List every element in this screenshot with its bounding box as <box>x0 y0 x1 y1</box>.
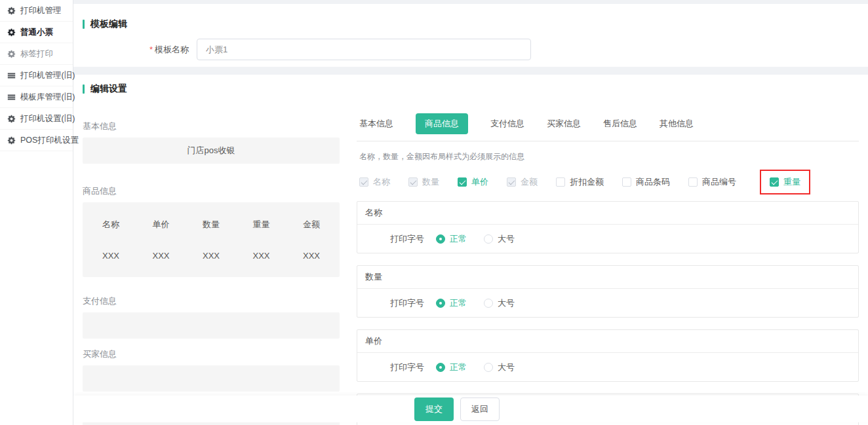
radio-normal[interactable]: 正常 <box>436 233 467 245</box>
checkbox-name: 名称 <box>359 176 390 188</box>
template-name-input[interactable] <box>197 39 531 60</box>
goods-col-header: 名称 <box>100 219 122 231</box>
goods-cell: XXX <box>250 251 273 261</box>
checkbox-goods-barcode[interactable]: 商品条码 <box>622 176 670 188</box>
preview-basic-info: 基本信息 门店pos收银 <box>83 120 340 164</box>
sidebar-item-label: 打印机管理(旧) <box>20 70 75 81</box>
preview-section-label: 买家信息 <box>83 348 340 360</box>
checkbox-goods-number[interactable]: 商品编号 <box>688 176 736 188</box>
checkbox-unit-price[interactable]: 单价 <box>458 176 488 188</box>
preview-payment-info: 支付信息 <box>83 295 340 339</box>
gear-icon <box>7 115 16 123</box>
sidebar-item-label: 打印机管理 <box>20 5 62 16</box>
config-panel: 基本信息 商品信息 支付信息 买家信息 售后信息 其他信息 名称，数量，金额因布… <box>357 95 859 425</box>
checkbox-icon <box>458 177 467 187</box>
field-section-header: 名称 <box>357 202 858 225</box>
checkbox-icon <box>622 177 631 187</box>
sidebar-item-label: 标签打印 <box>20 48 53 60</box>
info-tabs: 基本信息 商品信息 支付信息 买家信息 售后信息 其他信息 <box>357 114 859 134</box>
submit-button[interactable]: 提交 <box>414 397 454 421</box>
checkbox-quantity: 数量 <box>408 176 439 188</box>
goods-cell: XXX <box>150 251 172 261</box>
list-icon <box>7 93 16 102</box>
sidebar-item-label: POS打印机设置 <box>20 135 79 146</box>
print-font-size-label: 打印字号 <box>390 233 424 245</box>
radio-large[interactable]: 大号 <box>484 361 515 373</box>
sidebar-item-label: 模板库管理(旧) <box>20 92 75 103</box>
checkbox-icon <box>359 177 368 187</box>
preview-buyer-info: 买家信息 <box>83 348 340 392</box>
goods-col-header: 重量 <box>250 219 273 231</box>
tab-aftersale-info[interactable]: 售后信息 <box>603 118 637 130</box>
preview-buyer-box <box>83 365 340 392</box>
tab-payment-info[interactable]: 支付信息 <box>490 118 524 130</box>
receipt-preview: 基本信息 门店pos收银 商品信息 名称 单价 数量 重量 金额 <box>83 95 340 425</box>
goods-table-header-row: 名称 单价 数量 重量 金额 <box>100 219 323 231</box>
back-button[interactable]: 返回 <box>460 397 500 421</box>
sidebar-item-printer-manage-old[interactable]: 打印机管理(旧) <box>0 65 73 86</box>
radio-icon <box>484 299 493 308</box>
gear-icon <box>7 28 16 37</box>
goods-cell: XXX <box>100 251 122 261</box>
goods-cell: XXX <box>300 251 323 261</box>
sidebar-item-normal-receipt[interactable]: 普通小票 <box>0 22 73 43</box>
field-section-name: 名称 打印字号 正常 大号 <box>357 201 859 253</box>
sidebar-item-pos-printer-settings[interactable]: POS打印机设置 <box>0 130 73 151</box>
radio-normal[interactable]: 正常 <box>436 361 467 373</box>
field-section-unit-price: 单价 打印字号 正常 大号 <box>357 329 859 382</box>
checkbox-weight[interactable]: 重量 <box>770 176 800 188</box>
preview-basic-box: 门店pos收银 <box>83 138 340 164</box>
field-section-body: 打印字号 正常 大号 <box>357 289 858 317</box>
sidebar-item-printer-settings-old[interactable]: 打印机设置(旧) <box>0 108 73 130</box>
radio-icon <box>436 299 445 308</box>
goods-col-header: 数量 <box>200 219 222 231</box>
sidebar-item-label: 普通小票 <box>20 27 53 38</box>
checkbox-icon <box>770 177 779 187</box>
preview-payment-box <box>83 312 340 339</box>
sidebar-item-template-lib-old[interactable]: 模板库管理(旧) <box>0 86 73 108</box>
gear-icon <box>7 7 16 15</box>
edit-settings-card: 编辑设置 基本信息 门店pos收银 商品信息 名称 单价 数量 重量 <box>73 75 868 425</box>
radio-icon <box>436 234 445 244</box>
required-mark: * <box>149 45 153 54</box>
sidebar-item-label-print[interactable]: 标签打印 <box>0 43 73 65</box>
template-name-row: *模板名称 <box>73 39 868 60</box>
preview-section-label: 支付信息 <box>83 295 340 307</box>
required-fields-hint: 名称，数量，金额因布局样式为必须展示的信息 <box>357 151 859 162</box>
sidebar-item-label: 打印机设置(旧) <box>20 113 75 124</box>
radio-icon <box>436 363 445 372</box>
template-edit-card: 模板编辑 *模板名称 <box>73 4 868 67</box>
field-section-quantity: 数量 打印字号 正常 大号 <box>357 265 859 318</box>
main-content: 模板编辑 *模板名称 编辑设置 基本信息 门店pos收银 商品信息 名称 <box>73 0 868 425</box>
field-section-body: 打印字号 正常 大号 <box>357 353 858 381</box>
checkbox-icon <box>556 177 565 187</box>
template-edit-title: 模板编辑 <box>73 4 868 30</box>
radio-normal[interactable]: 正常 <box>436 297 467 309</box>
print-font-size-label: 打印字号 <box>390 361 424 373</box>
goods-col-header: 单价 <box>150 219 172 231</box>
field-checkbox-row: 名称 数量 单价 金额 折扣金额 商品条码 商品编号 重量 <box>357 175 859 189</box>
goods-table-data-row: XXX XXX XXX XXX XXX <box>100 251 323 261</box>
sidebar-item-printer-manage[interactable]: 打印机管理 <box>0 0 73 22</box>
checkbox-discount-amount[interactable]: 折扣金额 <box>556 176 604 188</box>
tabs-divider <box>357 141 859 141</box>
sidebar: 打印机管理 普通小票 标签打印 打印机管理(旧) 模板库管理(旧) 打印机设置(… <box>0 0 73 425</box>
radio-large[interactable]: 大号 <box>484 297 515 309</box>
tab-buyer-info[interactable]: 买家信息 <box>547 118 581 130</box>
print-font-size-label: 打印字号 <box>390 297 424 309</box>
radio-icon <box>484 234 493 244</box>
preview-goods-table: 名称 单价 数量 重量 金额 XXX XXX XXX XXX XXX <box>83 202 340 277</box>
field-section-header: 单价 <box>357 330 858 353</box>
list-icon <box>7 71 16 80</box>
preview-section-label: 基本信息 <box>83 120 340 132</box>
field-section-body: 打印字号 正常 大号 <box>357 225 858 253</box>
tab-basic-info[interactable]: 基本信息 <box>359 118 393 130</box>
edit-settings-title: 编辑设置 <box>73 75 868 95</box>
weight-highlight-box: 重量 <box>760 170 810 194</box>
tab-other-info[interactable]: 其他信息 <box>660 118 694 130</box>
radio-icon <box>484 363 493 372</box>
tab-goods-info[interactable]: 商品信息 <box>416 113 468 134</box>
field-section-header: 数量 <box>357 266 858 289</box>
radio-large[interactable]: 大号 <box>484 233 515 245</box>
goods-cell: XXX <box>200 251 222 261</box>
